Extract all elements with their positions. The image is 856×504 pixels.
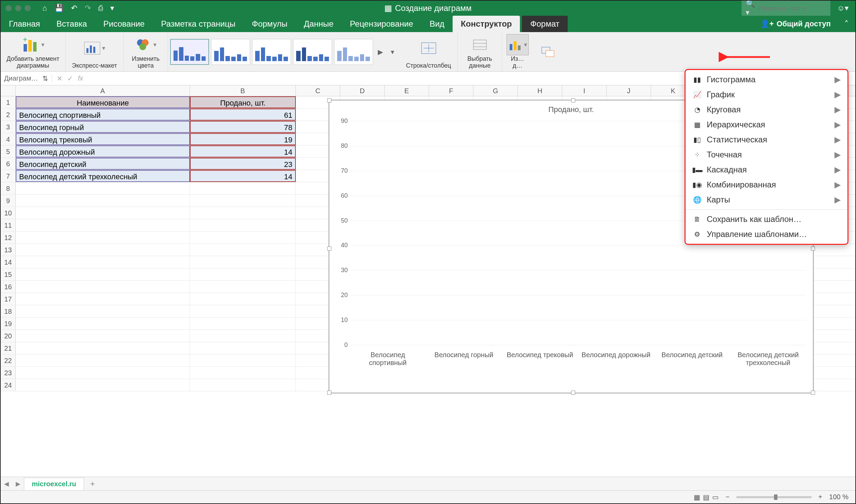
style-thumb-2[interactable] [211, 39, 250, 65]
cell[interactable] [190, 305, 296, 317]
style-thumb-3[interactable] [252, 39, 291, 65]
tab-format[interactable]: Формат [522, 16, 567, 32]
row-header[interactable]: 3 [1, 121, 16, 133]
maximize-window-btn[interactable] [25, 5, 31, 11]
column-header-F[interactable]: F [429, 85, 473, 96]
move-chart-button[interactable] [533, 32, 564, 71]
add-sheet-button[interactable]: + [84, 479, 101, 489]
column-header-G[interactable]: G [473, 85, 518, 96]
cell[interactable] [190, 330, 296, 342]
switch-row-col-button[interactable]: Строка/столбец [400, 32, 458, 71]
cell[interactable] [16, 281, 190, 293]
row-header[interactable]: 12 [1, 232, 16, 243]
fx-icon[interactable]: fx [78, 74, 83, 82]
sheet-tab[interactable]: microexcel.ru [24, 478, 84, 490]
cell[interactable] [16, 354, 190, 366]
cell[interactable] [190, 244, 296, 256]
tab-data[interactable]: Данные [296, 16, 342, 32]
sheet-nav-prev[interactable]: ◀ [1, 480, 12, 488]
tab-view[interactable]: Вид [422, 16, 453, 32]
row-header[interactable]: 5 [1, 145, 16, 157]
menu-item[interactable]: ▮▯Статистическая▶ [686, 132, 847, 147]
cell[interactable]: 61 [190, 109, 296, 121]
sheet-nav-next[interactable]: ▶ [12, 480, 24, 488]
column-header-C[interactable]: C [296, 85, 340, 96]
cell[interactable] [190, 219, 296, 231]
row-header[interactable]: 17 [1, 293, 16, 305]
cell[interactable] [190, 182, 296, 194]
cell[interactable] [190, 354, 296, 366]
cell[interactable] [16, 182, 190, 194]
chart-handle-se[interactable] [811, 391, 815, 395]
cell[interactable] [16, 342, 190, 354]
cell[interactable] [190, 318, 296, 330]
chart-handle-s[interactable] [571, 391, 575, 395]
row-header[interactable]: 16 [1, 281, 16, 293]
cell[interactable] [16, 367, 190, 379]
cell[interactable]: Велосипед детский трехколесный [16, 170, 190, 182]
chart-handle-w[interactable] [327, 247, 331, 251]
chart-handle-e[interactable] [811, 247, 815, 251]
cell[interactable]: Велосипед горный [16, 121, 190, 133]
qat-overflow-icon[interactable]: ▾ [110, 4, 114, 13]
row-header[interactable]: 1 [1, 96, 16, 108]
user-smiley-icon[interactable]: ☺▾ [837, 4, 848, 13]
cell[interactable]: 19 [190, 133, 296, 145]
row-header[interactable]: 7 [1, 170, 16, 182]
row-header[interactable]: 13 [1, 244, 16, 256]
search-input[interactable] [758, 4, 826, 12]
column-header-A[interactable]: A [16, 85, 190, 96]
page-layout-view-icon[interactable]: ▤ [703, 493, 709, 501]
menu-item[interactable]: 🗎Сохранить как шаблон… [686, 212, 847, 227]
cell[interactable]: 23 [190, 158, 296, 170]
close-window-btn[interactable] [5, 5, 12, 11]
row-header[interactable]: 8 [1, 182, 16, 194]
menu-item[interactable]: ⁘Точечная▶ [686, 147, 847, 162]
style-thumb-4[interactable] [293, 39, 332, 65]
cell[interactable] [16, 207, 190, 219]
tab-pagelayout[interactable]: Разметка страницы [153, 16, 244, 32]
row-header[interactable]: 10 [1, 207, 16, 219]
zoom-out-button[interactable]: − [726, 493, 730, 501]
cell[interactable] [190, 232, 296, 243]
print-icon[interactable]: ⎙ [98, 4, 103, 13]
column-header-E[interactable]: E [385, 85, 429, 96]
name-box[interactable]: Диаграм… ⇅ [1, 74, 52, 83]
cell[interactable]: 78 [190, 121, 296, 133]
cell[interactable] [16, 293, 190, 305]
express-layout-button[interactable]: ▾ Экспресс-макет [66, 32, 124, 71]
row-header[interactable]: 15 [1, 268, 16, 280]
cell[interactable] [190, 367, 296, 379]
row-header[interactable]: 24 [1, 379, 16, 391]
row-header[interactable]: 21 [1, 342, 16, 354]
cell[interactable] [16, 219, 190, 231]
menu-item[interactable]: 🌐Карты▶ [686, 192, 847, 207]
column-header-I[interactable]: I [562, 85, 607, 96]
cell[interactable] [190, 379, 296, 391]
cancel-formula-icon[interactable]: ✕ [57, 74, 63, 83]
cell[interactable]: Велосипед трековый [16, 133, 190, 145]
styles-next-button[interactable]: ▶ [375, 39, 385, 65]
cell[interactable] [190, 281, 296, 293]
row-header[interactable]: 18 [1, 305, 16, 317]
collapse-ribbon-button[interactable]: ˄ [838, 16, 855, 32]
tab-constructor[interactable]: Конструктор [453, 16, 520, 32]
change-colors-button[interactable]: ▾ Изменить цвета [124, 32, 168, 71]
row-header[interactable]: 19 [1, 318, 16, 330]
cell[interactable]: Велосипед спортивный [16, 109, 190, 121]
row-header[interactable]: 6 [1, 158, 16, 170]
row-header[interactable]: 14 [1, 256, 16, 268]
cell[interactable]: 14 [190, 145, 296, 157]
cell[interactable]: Продано, шт. [190, 96, 296, 108]
row-header[interactable]: 2 [1, 109, 16, 121]
row-header[interactable]: 4 [1, 133, 16, 145]
menu-item[interactable]: ⚙Управление шаблонами… [686, 227, 847, 242]
column-header-D[interactable]: D [340, 85, 385, 96]
minimize-window-btn[interactable] [15, 5, 21, 11]
styles-more-button[interactable]: ▾ [387, 39, 398, 65]
cell[interactable] [190, 268, 296, 280]
row-header[interactable]: 11 [1, 219, 16, 231]
zoom-in-button[interactable]: + [818, 493, 823, 501]
menu-item[interactable]: ▮▬Каскадная▶ [686, 162, 847, 177]
undo-icon[interactable]: ↶ [71, 4, 77, 13]
